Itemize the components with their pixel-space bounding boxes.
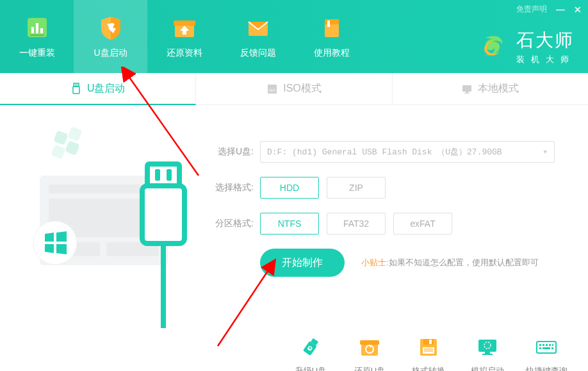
row-boot-format: 选择格式: HDD ZIP: [202, 177, 569, 199]
monitor-boot-icon: [476, 336, 499, 359]
svg-rect-2: [36, 23, 38, 33]
svg-rect-58: [551, 347, 553, 349]
tab-iso-mode[interactable]: ISO ISO模式: [196, 73, 392, 105]
disclaimer-link[interactable]: 免责声明: [516, 4, 547, 15]
nav-feedback[interactable]: 反馈问题: [221, 0, 295, 73]
svg-rect-18: [466, 92, 468, 93]
svg-rect-41: [423, 339, 434, 345]
tool-label: 模拟启动: [471, 365, 504, 371]
floppy-icon: [417, 336, 440, 359]
svg-rect-54: [549, 344, 551, 346]
svg-rect-17: [462, 85, 471, 92]
keyboard-icon: [535, 336, 558, 359]
brand-subtitle: 装机大师: [516, 54, 575, 65]
opt-fat32[interactable]: FAT32: [327, 213, 386, 235]
nav-label: 还原资料: [167, 47, 202, 59]
window-controls: 免责声明 — ✕: [516, 4, 582, 15]
svg-rect-14: [76, 85, 78, 86]
svg-rect-48: [482, 354, 493, 355]
nav-usb-boot[interactable]: U盘启动: [74, 0, 147, 73]
row-partition-format: 分区格式: NTFS FAT32 exFAT: [202, 213, 569, 235]
shield-usb-icon: [97, 14, 124, 41]
svg-rect-23: [65, 140, 79, 155]
svg-rect-12: [73, 87, 79, 94]
svg-rect-55: [552, 344, 553, 346]
svg-rect-46: [478, 340, 496, 352]
close-button[interactable]: ✕: [574, 4, 582, 15]
illustration-panel: [0, 105, 202, 328]
label-partition-format: 分区格式:: [202, 218, 254, 229]
tool-label: 快捷键查询: [526, 365, 568, 371]
usb-illustration-icon: [0, 105, 202, 328]
opt-ntfs[interactable]: NTFS: [260, 213, 319, 235]
tool-label: 升级U盘: [295, 365, 326, 371]
usb-select[interactable]: D:F: (hd1) General USB Flash Disk （U盘）27…: [260, 141, 555, 163]
box-restore-icon: [358, 336, 381, 359]
tool-simulate-boot[interactable]: 模拟启动: [465, 336, 510, 371]
iso-icon: ISO: [266, 83, 278, 95]
start-button[interactable]: 开始制作: [260, 249, 345, 277]
book-icon: [318, 14, 345, 41]
svg-rect-9: [325, 19, 339, 24]
opt-zip[interactable]: ZIP: [327, 177, 386, 199]
main-nav: 一键重装 U盘启动 还原资料 反馈问题 使用教程: [0, 0, 368, 73]
envelope-icon: [245, 14, 272, 41]
svg-rect-45: [424, 350, 433, 352]
tab-usb-boot[interactable]: U盘启动: [0, 73, 196, 105]
label-boot-format: 选择格式:: [202, 182, 254, 194]
tool-upgrade-usb[interactable]: 升级U盘: [288, 336, 333, 371]
brand-text: 石大师 装机大师: [516, 28, 575, 65]
nav-tutorial[interactable]: 使用教程: [295, 0, 368, 73]
svg-rect-4: [30, 35, 44, 36]
svg-rect-30: [147, 164, 179, 186]
usb-icon: [70, 83, 82, 94]
svg-rect-32: [167, 169, 172, 181]
svg-rect-31: [155, 169, 160, 181]
box-up-icon: [171, 14, 198, 41]
opt-exfat[interactable]: exFAT: [393, 213, 452, 235]
usb-up-icon: [299, 336, 322, 359]
nav-restore[interactable]: 还原资料: [147, 0, 221, 73]
row-select-usb: 选择U盘: D:F: (hd1) General USB Flash Disk …: [202, 141, 569, 163]
form-area: 选择U盘: D:F: (hd1) General USB Flash Disk …: [202, 105, 588, 328]
tool-label: 还原U盘: [354, 365, 385, 371]
header-bar: 免责声明 — ✕ 一键重装 U盘启动 还原资料 反馈问题: [0, 0, 588, 73]
usb-select-value: D:F: (hd1) General USB Flash Disk （U盘）27…: [267, 146, 502, 158]
tip-prefix: 小贴士:: [361, 258, 389, 267]
tab-local-mode[interactable]: 本地模式: [393, 73, 588, 105]
svg-rect-51: [539, 344, 541, 346]
tab-label: ISO模式: [283, 82, 322, 95]
brand-logo-icon: [478, 31, 509, 62]
svg-rect-3: [40, 28, 43, 33]
tool-format-convert[interactable]: 格式转换: [406, 336, 451, 371]
svg-rect-21: [67, 126, 82, 141]
tab-label: U盘启动: [87, 82, 126, 95]
nav-label: 使用教程: [314, 47, 350, 59]
svg-rect-20: [53, 130, 68, 145]
svg-rect-33: [142, 186, 184, 243]
svg-rect-6: [174, 21, 195, 26]
svg-rect-42: [429, 340, 432, 344]
action-row: 开始制作 小贴士:如果不知道怎么配置，使用默认配置即可: [202, 249, 569, 277]
svg-rect-13: [75, 85, 76, 86]
minimize-button[interactable]: —: [556, 4, 565, 15]
bottom-toolbar: 升级U盘 还原U盘 格式转换 模拟启动 快捷键查询: [0, 328, 588, 371]
svg-rect-19: [464, 93, 470, 94]
svg-text:ISO: ISO: [269, 88, 276, 92]
brand-title: 石大师: [516, 28, 575, 53]
svg-rect-1: [31, 27, 34, 33]
tool-label: 格式转换: [412, 365, 445, 371]
tip-text: 小贴士:如果不知道怎么配置，使用默认配置即可: [361, 257, 539, 268]
svg-rect-38: [360, 340, 379, 345]
bar-chart-icon: [24, 14, 51, 41]
opt-hdd[interactable]: HDD: [260, 177, 319, 199]
nav-label: 一键重装: [19, 47, 55, 59]
main-content: 选择U盘: D:F: (hd1) General USB Flash Disk …: [0, 105, 588, 328]
nav-label: 反馈问题: [240, 47, 276, 59]
tool-restore-usb[interactable]: 还原U盘: [347, 336, 392, 371]
svg-point-29: [33, 221, 77, 265]
tab-label: 本地模式: [478, 82, 519, 95]
tool-hotkey-query[interactable]: 快捷键查询: [524, 336, 569, 371]
monitor-icon: [461, 83, 473, 95]
nav-reinstall[interactable]: 一键重装: [0, 0, 74, 73]
